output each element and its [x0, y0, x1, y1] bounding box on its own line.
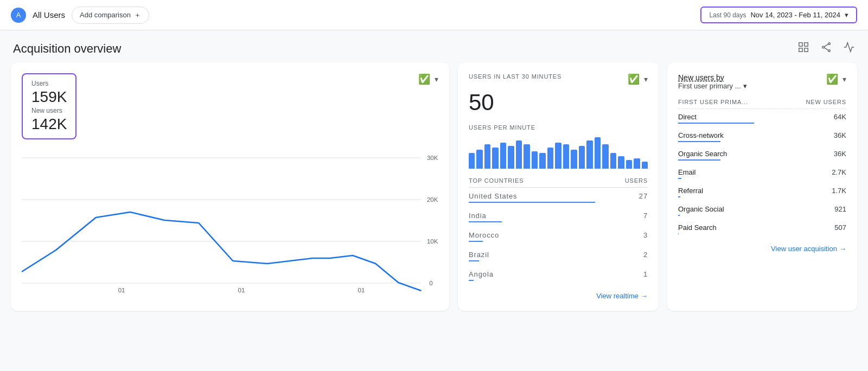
acq-channel-name: Paid Search — [678, 220, 788, 238]
realtime-controls: ✅ ▾ — [628, 73, 648, 85]
svg-text:01: 01 — [118, 287, 125, 293]
acquisition-row: Email 2.7K — [678, 164, 846, 183]
acquisition-row: Organic Social 921 — [678, 201, 846, 220]
country-row: India 7 — [469, 207, 648, 227]
country-row: United States 27 — [469, 188, 648, 208]
page-title: Acquisition overview — [13, 42, 121, 56]
country-bar — [469, 241, 483, 242]
chart-dropdown-button[interactable]: ▾ — [435, 75, 438, 84]
first-user-text: First user primary ... — [678, 82, 741, 90]
line-chart-area: 30K 20K 10K 0 01 Dec 01 Jan 01 Feb — [22, 152, 438, 293]
svg-rect-1 — [805, 43, 808, 46]
users-label: Users — [31, 80, 67, 87]
svg-text:01: 01 — [238, 287, 245, 293]
add-comparison-button[interactable]: Add comparison ＋ — [72, 7, 149, 24]
acq-bar — [678, 233, 679, 234]
country-bar — [469, 280, 474, 281]
new-users-value: 142K — [31, 116, 67, 133]
acq-channel-value: 921 — [788, 201, 846, 220]
acq-channel-value: 36K — [788, 146, 846, 164]
acquisition-row: Direct 64K — [678, 109, 846, 128]
country-value: 7 — [595, 207, 648, 227]
per-minute-bar — [484, 144, 490, 169]
svg-rect-3 — [799, 48, 802, 52]
acquisition-row: Cross-network 36K — [678, 127, 846, 146]
per-minute-bar — [500, 143, 506, 169]
realtime-card: USERS IN LAST 30 MINUTES ✅ ▾ 50 USERS PE… — [458, 62, 659, 311]
country-name: Angola — [469, 266, 595, 285]
realtime-count: 50 — [469, 89, 648, 116]
svg-text:01: 01 — [358, 287, 365, 293]
top-countries-label: TOP COUNTRIES USERS United States 27 Ind… — [469, 177, 648, 285]
acquisition-controls: ✅ ▾ — [826, 73, 846, 85]
acquisition-title-group: New users by First user primary ... ▾ — [678, 73, 747, 97]
per-minute-bar — [532, 151, 538, 169]
date-range-value: Nov 14, 2023 - Feb 11, 2024 — [750, 11, 840, 19]
main-chart-card: Users 159K New users 142K ✅ ▾ — [11, 62, 449, 311]
chart-card-header: Users 159K New users 142K ✅ ▾ — [22, 73, 438, 148]
chart-icon[interactable] — [843, 41, 855, 56]
date-range-label: Last 90 days — [709, 11, 746, 19]
country-name: India — [469, 207, 595, 227]
per-minute-bar — [626, 160, 632, 169]
header-actions — [797, 41, 855, 56]
page-header: Acquisition overview — [0, 30, 868, 62]
date-range-button[interactable]: Last 90 days Nov 14, 2023 - Feb 11, 2024… — [700, 7, 857, 23]
acq-channel-value: 64K — [788, 109, 846, 128]
svg-line-8 — [824, 48, 828, 50]
acq-bar — [678, 141, 720, 142]
chevron-down-icon[interactable]: ▾ — [743, 82, 747, 90]
per-minute-bar — [586, 140, 592, 169]
per-minute-bar — [642, 162, 648, 169]
country-value: 3 — [595, 227, 648, 246]
per-minute-bar — [555, 143, 561, 169]
acq-bar — [678, 159, 720, 161]
per-minute-bar — [508, 146, 514, 169]
country-value: 2 — [595, 246, 648, 266]
acquisition-header: New users by First user primary ... ▾ ✅ … — [678, 73, 846, 97]
countries-table: TOP COUNTRIES USERS United States 27 Ind… — [469, 177, 648, 285]
acq-bar — [678, 123, 754, 124]
acq-channel-value: 507 — [788, 220, 846, 238]
customize-icon[interactable] — [797, 41, 809, 56]
view-acquisition-link[interactable]: View user acquisition → — [678, 245, 846, 253]
line-chart-svg: 30K 20K 10K 0 01 Dec 01 Jan 01 Feb — [22, 152, 438, 293]
share-icon[interactable] — [820, 41, 832, 56]
country-name: United States — [469, 188, 595, 208]
acquisition-title: New users by — [678, 73, 747, 82]
acquisition-check-icon: ✅ — [826, 73, 838, 85]
all-users-label: All Users — [33, 10, 65, 20]
per-minute-bar — [571, 150, 577, 169]
acq-col1-header: FIRST USER PRIMA... — [678, 99, 788, 109]
view-realtime-link[interactable]: View realtime → — [469, 292, 648, 300]
add-comparison-label: Add comparison — [80, 11, 131, 19]
chevron-down-icon: ▾ — [845, 11, 848, 19]
per-minute-bar — [595, 137, 601, 169]
new-users-label: New users — [31, 107, 67, 114]
country-row: Angola 1 — [469, 266, 648, 285]
acq-channel-value: 36K — [788, 127, 846, 146]
realtime-check-icon: ✅ — [628, 73, 640, 85]
acq-bar — [678, 178, 681, 179]
per-minute-bar-chart — [469, 136, 648, 169]
acq-channel-name: Cross-network — [678, 127, 788, 146]
acquisition-row: Organic Search 36K — [678, 146, 846, 164]
avatar: A — [11, 8, 26, 23]
country-row: Brazil 2 — [469, 246, 648, 266]
per-minute-label: USERS PER MINUTE — [469, 124, 648, 131]
country-bar — [469, 221, 502, 222]
svg-point-6 — [828, 50, 831, 52]
per-minute-bar — [610, 153, 616, 169]
view-realtime-text: View realtime — [596, 292, 639, 300]
country-name: Brazil — [469, 246, 595, 266]
acquisition-row: Paid Search 507 — [678, 220, 846, 238]
check-circle-icon: ✅ — [418, 73, 430, 85]
acq-bar — [678, 215, 680, 216]
per-minute-bar — [539, 153, 545, 169]
acquisition-dropdown-button[interactable]: ▾ — [843, 75, 846, 84]
country-bar — [469, 202, 595, 203]
realtime-section-label: USERS IN LAST 30 MINUTES — [469, 73, 561, 80]
realtime-dropdown-button[interactable]: ▾ — [644, 75, 648, 84]
per-minute-bar — [547, 148, 553, 169]
per-minute-bar — [469, 153, 475, 169]
